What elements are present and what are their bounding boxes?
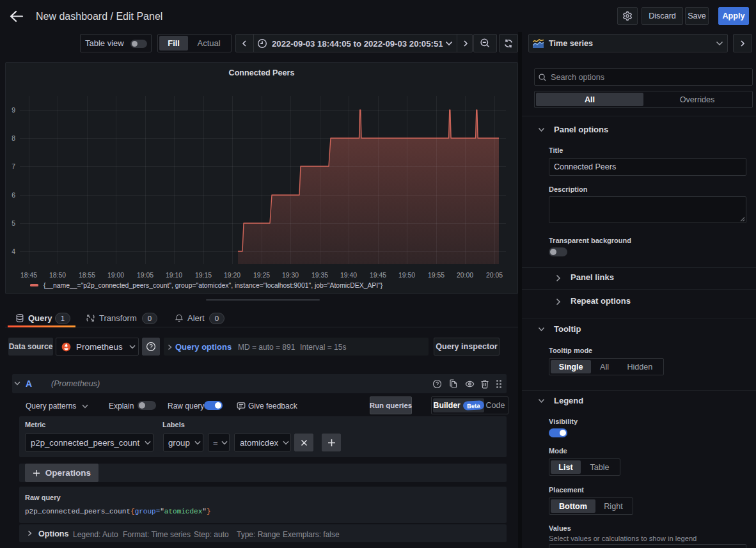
svg-text:19:50: 19:50	[398, 272, 415, 279]
svg-text:19:25: 19:25	[253, 272, 270, 279]
svg-text:9: 9	[12, 107, 15, 114]
svg-text:18:45: 18:45	[20, 272, 37, 279]
svg-text:8: 8	[12, 135, 15, 142]
svg-text:7: 7	[12, 163, 15, 170]
svg-text:19:35: 19:35	[311, 272, 328, 279]
svg-text:20:00: 20:00	[457, 272, 473, 279]
svg-text:19:45: 19:45	[370, 272, 386, 279]
svg-text:20:05: 20:05	[486, 272, 503, 279]
svg-text:19:10: 19:10	[166, 272, 182, 279]
svg-text:5: 5	[12, 220, 15, 227]
svg-text:19:30: 19:30	[282, 272, 299, 279]
svg-text:19:55: 19:55	[428, 272, 445, 279]
svg-text:19:15: 19:15	[195, 272, 212, 279]
svg-text:19:05: 19:05	[137, 272, 154, 279]
svg-text:{__name__="p2p_connected_peers: {__name__="p2p_connected_peers_count", g…	[43, 282, 383, 289]
svg-text:18:50: 18:50	[49, 272, 66, 279]
svg-text:6: 6	[12, 192, 15, 199]
svg-text:19:00: 19:00	[107, 272, 124, 279]
svg-text:19:20: 19:20	[224, 272, 240, 279]
svg-text:18:55: 18:55	[79, 272, 95, 279]
svg-text:19:40: 19:40	[340, 272, 357, 279]
svg-text:4: 4	[12, 248, 15, 255]
